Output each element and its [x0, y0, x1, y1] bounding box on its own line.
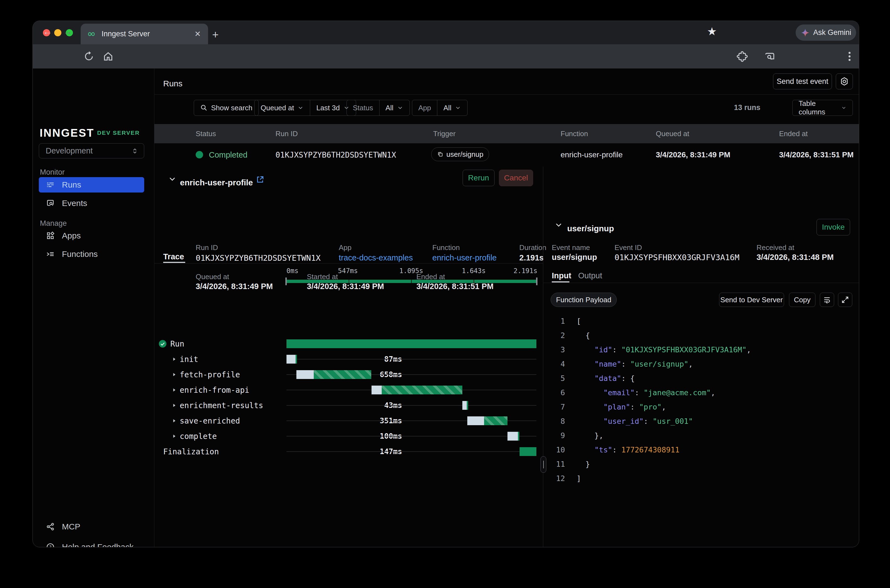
caret-right-icon[interactable] — [171, 403, 177, 408]
trace-step-name: init — [180, 355, 198, 364]
tab-output[interactable]: Output — [578, 271, 602, 280]
caret-right-icon[interactable] — [171, 434, 177, 439]
trace-row[interactable]: fetch-profile658ms — [154, 370, 543, 379]
minimap-tick — [349, 279, 349, 284]
home-icon[interactable] — [103, 51, 114, 62]
reload-icon[interactable] — [83, 51, 95, 62]
queue-segment — [287, 355, 296, 364]
minimize-window-button[interactable] — [54, 29, 62, 36]
detail-run-id: 01KJXSYPZYB6TH2DSDSYETWN1X — [195, 253, 320, 262]
status-filter[interactable]: Status All — [346, 100, 410, 116]
event-panel: user/signup Invoke Event name user/signu… — [543, 166, 859, 547]
manage-section-label: Manage — [40, 219, 67, 228]
chevron-down-icon — [297, 105, 304, 111]
show-search-button[interactable]: Show search — [194, 100, 259, 116]
line-number: 1 — [543, 314, 565, 328]
tab-search-icon[interactable] — [764, 50, 776, 62]
external-link-icon[interactable] — [256, 175, 265, 184]
expand-button[interactable] — [838, 292, 852, 307]
trace-row[interactable]: enrich-from-api798ms — [154, 386, 543, 394]
function-link[interactable]: enrich-user-profile — [432, 253, 497, 262]
queue-segment — [467, 416, 484, 425]
caret-right-icon[interactable] — [171, 356, 177, 362]
axis-tick: 1.643s — [462, 267, 486, 275]
event-panel-divider — [543, 283, 859, 283]
time-filter[interactable]: Queued at Last 3d — [254, 100, 356, 116]
new-tab-button[interactable]: + — [212, 28, 218, 41]
trigger-pill[interactable]: user/signup — [431, 147, 489, 161]
tab-close-icon[interactable]: ✕ — [195, 29, 201, 39]
app-dropdown[interactable]: All — [437, 100, 467, 116]
app-link[interactable]: trace-docs-examples — [339, 253, 413, 262]
gemini-icon — [801, 28, 810, 38]
status-dot — [195, 151, 203, 158]
send-test-event-button[interactable]: Send test event — [773, 74, 832, 89]
collapse-chevron-icon[interactable] — [168, 174, 177, 184]
rerun-button[interactable]: Rerun — [463, 170, 495, 186]
environment-select[interactable]: Development — [39, 143, 144, 158]
kebab-menu-icon[interactable] — [843, 50, 855, 62]
cancel-button[interactable]: Cancel — [499, 170, 533, 186]
minimap-handle-right[interactable] — [536, 278, 537, 285]
line-number: 4 — [543, 357, 565, 371]
sidebar-item-runs[interactable]: Runs — [39, 177, 144, 192]
word-wrap-button[interactable] — [820, 292, 834, 307]
trace-row[interactable]: save-enriched351ms — [154, 416, 543, 425]
ask-gemini-button[interactable]: Ask Gemini — [795, 24, 856, 41]
browser-tab[interactable]: Inngest Server ✕ — [81, 24, 208, 44]
collapse-chevron-icon[interactable] — [554, 220, 563, 230]
trace-row[interactable]: Finalization147ms — [154, 447, 543, 456]
table-row[interactable]: Completed 01KJXSYPZYB6TH2DSDSYETWN1X use… — [154, 143, 859, 166]
function-payload-button[interactable]: Function Payload — [551, 292, 617, 307]
axis-tick: 1.095s — [399, 267, 423, 275]
settings-gear-button[interactable] — [836, 74, 853, 89]
line-number: 10 — [543, 443, 565, 457]
code-line: 7 "plan": "pro", — [543, 400, 751, 414]
send-to-dev-server-button[interactable]: Send to Dev Server — [719, 292, 784, 307]
table-columns-button[interactable]: Table columns — [792, 100, 853, 116]
exec-segment — [382, 386, 462, 394]
event-id: 01KJXSYPSFHBXX03GRJFV3A16M — [615, 253, 740, 262]
bookmark-star-icon[interactable]: ★ — [707, 25, 717, 38]
gear-icon — [839, 76, 849, 86]
tab-input[interactable]: Input — [552, 271, 571, 280]
payload-json[interactable]: 1[2 {3 "id": "01KJXSYPSFHBXX03GRJFV3A16M… — [543, 314, 751, 486]
caret-right-icon[interactable] — [171, 418, 177, 423]
chevron-down-icon — [397, 105, 403, 111]
trace-row[interactable]: init87ms — [154, 355, 543, 364]
copy-button[interactable]: Copy — [789, 292, 815, 307]
trace-row[interactable]: complete100ms — [154, 432, 543, 441]
invoke-button[interactable]: Invoke — [816, 219, 850, 236]
trace-minimap[interactable] — [287, 280, 537, 283]
app-filter[interactable]: App All — [412, 100, 468, 116]
detail-started-at: 3/4/2026, 8:31:49 PM — [307, 282, 384, 291]
expand-icon — [841, 296, 849, 304]
tab-title: Inngest Server — [102, 30, 150, 38]
queued-at-cell: 3/4/2026, 8:31:49 PM — [656, 150, 731, 159]
queued-at-dropdown[interactable]: Queued at — [254, 100, 310, 116]
forward-icon[interactable]: → — [63, 26, 72, 37]
code-line: 11 } — [543, 457, 751, 471]
caret-right-icon[interactable] — [171, 387, 177, 393]
sidebar-item-mcp[interactable]: MCP — [39, 519, 144, 534]
sidebar-item-events[interactable]: Events — [39, 195, 144, 211]
functions-icon — [46, 250, 55, 258]
sidebar: INNGEST DEV SERVER Development Monitor R… — [33, 69, 154, 547]
status-dropdown[interactable]: All — [379, 100, 409, 116]
word-wrap-icon — [823, 296, 831, 304]
minimap-tick — [411, 279, 412, 284]
event-name: user/signup — [552, 253, 597, 262]
caret-right-icon[interactable] — [171, 372, 177, 377]
trace-row[interactable]: enrichment-results43ms — [154, 401, 543, 410]
queue-segment — [296, 370, 314, 379]
page-title: Runs — [163, 79, 182, 88]
sidebar-item-functions[interactable]: Functions — [39, 246, 144, 262]
trace-tab[interactable]: Trace — [163, 252, 184, 261]
code-line: 10 "ts": 1772674308911 — [543, 443, 751, 457]
sidebar-item-apps[interactable]: Apps — [39, 228, 144, 243]
trace-row[interactable]: Run2.191s — [154, 339, 543, 348]
minimap-handle-left[interactable] — [286, 278, 287, 285]
extensions-icon[interactable] — [736, 50, 748, 62]
back-icon[interactable]: ← — [43, 26, 52, 37]
sidebar-item-help[interactable]: ? Help and Feedback — [39, 539, 144, 547]
